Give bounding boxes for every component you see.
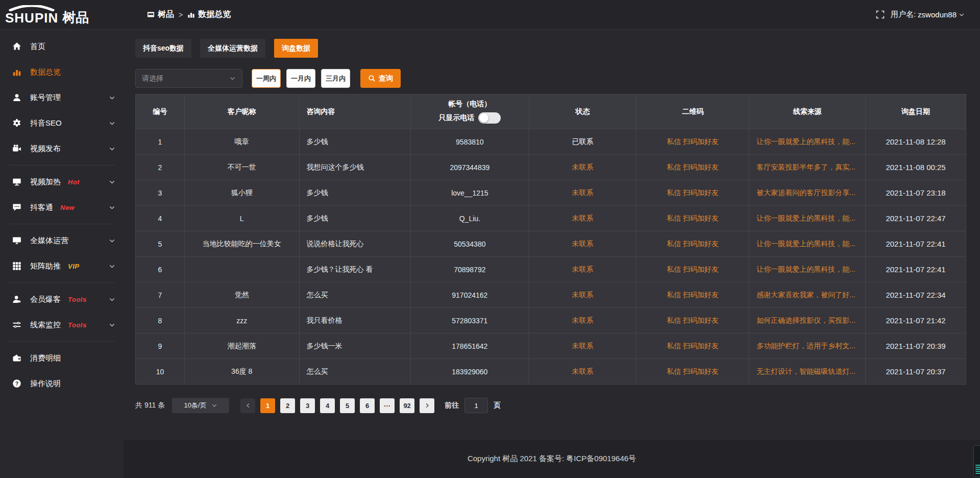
page-button-5[interactable]: 5 xyxy=(340,398,355,413)
qrcode-link[interactable]: 私信 扫码加好友 xyxy=(667,367,719,375)
sidebar-item-label: 会员爆客 xyxy=(30,295,61,304)
breadcrumb-item-current[interactable]: 数据总览 xyxy=(187,9,231,20)
page-ellipsis-button[interactable]: ··· xyxy=(380,398,395,413)
source-link[interactable]: 无主灯设计，智能磁吸轨道灯... xyxy=(756,367,855,375)
sidebar-item-monitor[interactable]: 全媒体运营 xyxy=(0,228,124,253)
cell-nickname: 觉然 xyxy=(184,282,299,308)
cell-qrcode: 私信 扫码加好友 xyxy=(636,180,749,206)
chevron-down-icon xyxy=(109,94,115,101)
table-row: 10 36度 8 怎么买 183929060 未联系 私信 扫码加好友 无主灯设… xyxy=(136,359,966,385)
source-link[interactable]: 让你一眼就爱上的黑科技，能... xyxy=(756,265,855,273)
sidebar-item-badge: Tools xyxy=(68,296,87,303)
sidebar-item-label: 数据总览 xyxy=(30,67,61,77)
range-button-0[interactable]: 一周内 xyxy=(252,69,281,88)
prev-page-button[interactable] xyxy=(240,398,255,413)
qrcode-link[interactable]: 私信 扫码加好友 xyxy=(667,188,719,197)
sidebar-item-user[interactable]: 账号管理 xyxy=(0,85,124,110)
page-button-6[interactable]: 6 xyxy=(360,398,375,413)
page-button-92[interactable]: 92 xyxy=(400,398,414,413)
qrcode-link[interactable]: 私信 扫码加好友 xyxy=(667,214,719,222)
source-link[interactable]: 多功能护栏灯，适用于乡村文... xyxy=(756,342,855,350)
source-link[interactable]: 感谢大家喜欢我家，被问了好... xyxy=(756,291,855,299)
user-icon xyxy=(12,93,22,103)
cell-qrcode: 私信 扫码加好友 xyxy=(636,333,749,359)
sidebar-item-question[interactable]: ? 操作说明 xyxy=(0,371,124,396)
qrcode-link[interactable]: 私信 扫码加好友 xyxy=(667,291,719,299)
cell-qrcode: 私信 扫码加好友 xyxy=(636,155,749,180)
breadcrumb-separator: > xyxy=(179,11,183,19)
filter-select[interactable]: 请选择 xyxy=(135,69,242,88)
qrcode-link[interactable]: 私信 扫码加好友 xyxy=(667,163,719,171)
data-tabs: 抖音seo数据全媒体运营数据询盘数据 xyxy=(135,39,966,58)
chevron-down-icon xyxy=(109,179,115,185)
sidebar-item-home[interactable]: 首页 xyxy=(0,34,124,59)
sidebar-item-member[interactable]: 会员爆客 Tools xyxy=(0,286,124,312)
cell-date: 2021-11-07 23:18 xyxy=(866,180,966,206)
qrcode-link[interactable]: 私信 扫码加好友 xyxy=(667,265,719,273)
cell-account: 50534380 xyxy=(410,231,529,257)
source-link[interactable]: 让你一眼就爱上的黑科技，能... xyxy=(756,214,855,222)
page-button-3[interactable]: 3 xyxy=(300,398,315,413)
table-row: 6 多少钱？让我死心 看 70898792 未联系 私信 扫码加好友 让你一眼就… xyxy=(136,257,966,282)
sidebar-item-gear[interactable]: 抖音SEO xyxy=(0,110,124,136)
search-icon xyxy=(368,75,376,82)
wallet-icon xyxy=(12,353,22,363)
qrcode-link[interactable]: 私信 扫码加好友 xyxy=(667,342,719,350)
page-size-select[interactable]: 10条/页 xyxy=(172,398,229,413)
cell-qrcode: 私信 扫码加好友 xyxy=(636,206,749,231)
footer: Copyright 树品 2021 备案号: 粤ICP备09019646号 xyxy=(124,440,980,478)
bar-chart-icon xyxy=(12,67,22,77)
sidebar-divider xyxy=(8,282,115,283)
user-menu[interactable]: 用户名: zswodun88 xyxy=(891,10,965,19)
sidebar-divider xyxy=(8,165,115,165)
breadcrumb-label[interactable]: 数据总览 xyxy=(198,9,231,20)
small-chart-icon xyxy=(187,11,195,18)
cell-date: 2021-11-07 22:34 xyxy=(866,282,966,308)
qrcode-link[interactable]: 私信 扫码加好友 xyxy=(667,137,719,146)
sidebar-item-video-camera[interactable]: 视频发布 xyxy=(0,136,124,161)
source-link[interactable]: 客厅安装投影半年多了，真实... xyxy=(756,163,855,171)
phone-only-toggle[interactable] xyxy=(478,112,501,124)
source-link[interactable]: 如何正确选择投影仪，买投影... xyxy=(756,316,855,324)
source-link[interactable]: 让你一眼就爱上的黑科技，能... xyxy=(756,240,855,248)
range-button-1[interactable]: 一月内 xyxy=(286,69,315,88)
tab-2[interactable]: 询盘数据 xyxy=(274,39,318,58)
cell-qrcode: 私信 扫码加好友 xyxy=(636,257,749,282)
qrcode-link[interactable]: 私信 扫码加好友 xyxy=(667,240,719,248)
tab-1[interactable]: 全媒体运营数据 xyxy=(200,39,265,58)
sidebar-item-chat[interactable]: 抖客通 New xyxy=(0,195,124,220)
sidebar-item-grid[interactable]: 矩阵助推 VIP xyxy=(0,253,124,279)
cell-id: 7 xyxy=(136,282,185,308)
page-button-4[interactable]: 4 xyxy=(320,398,335,413)
goto-page-input[interactable] xyxy=(464,398,488,413)
breadcrumb-item-home[interactable]: 树品 xyxy=(147,9,174,20)
source-link[interactable]: 被大家追着问的客厅投影分享... xyxy=(756,188,855,197)
sidebar-item-sliders[interactable]: 线索监控 Tools xyxy=(0,312,124,338)
cell-source: 让你一眼就爱上的黑科技，能... xyxy=(749,231,866,257)
breadcrumb-label[interactable]: 树品 xyxy=(158,9,174,20)
cell-status: 未联系 xyxy=(529,282,636,308)
floating-widget[interactable] xyxy=(973,445,980,477)
page-button-2[interactable]: 2 xyxy=(280,398,295,413)
cell-date: 2021-11-07 20:37 xyxy=(866,359,966,385)
source-link[interactable]: 让你一眼就爱上的黑科技，能... xyxy=(756,137,855,146)
sidebar-item-badge: Hot xyxy=(68,178,80,186)
next-page-button[interactable] xyxy=(420,398,434,413)
page-button-1[interactable]: 1 xyxy=(260,398,275,413)
search-button[interactable]: 查询 xyxy=(360,69,401,88)
column-header-account-label: 帐号（电话） xyxy=(448,100,491,109)
page-size-value: 10条/页 xyxy=(184,401,207,410)
sidebar-item-screen-play[interactable]: 视频加热 Hot xyxy=(0,169,124,195)
tab-0[interactable]: 抖音seo数据 xyxy=(135,39,191,58)
sidebar-item-wallet[interactable]: 消费明细 xyxy=(0,345,124,371)
qrcode-link[interactable]: 私信 扫码加好友 xyxy=(667,316,719,324)
table-row: 9 潮起潮落 多少钱一米 178651642 未联系 私信 扫码加好友 多功能护… xyxy=(136,333,966,359)
cell-qrcode: 私信 扫码加好友 xyxy=(636,129,749,155)
fullscreen-icon[interactable] xyxy=(876,10,885,19)
sidebar-item-bar-chart[interactable]: 数据总览 xyxy=(0,59,124,85)
range-button-2[interactable]: 三月内 xyxy=(321,69,350,88)
column-header-qrcode: 二维码 xyxy=(636,94,749,129)
sidebar-item-badge: New xyxy=(60,204,75,211)
chevron-down-icon xyxy=(109,204,115,211)
cell-qrcode: 私信 扫码加好友 xyxy=(636,282,749,308)
